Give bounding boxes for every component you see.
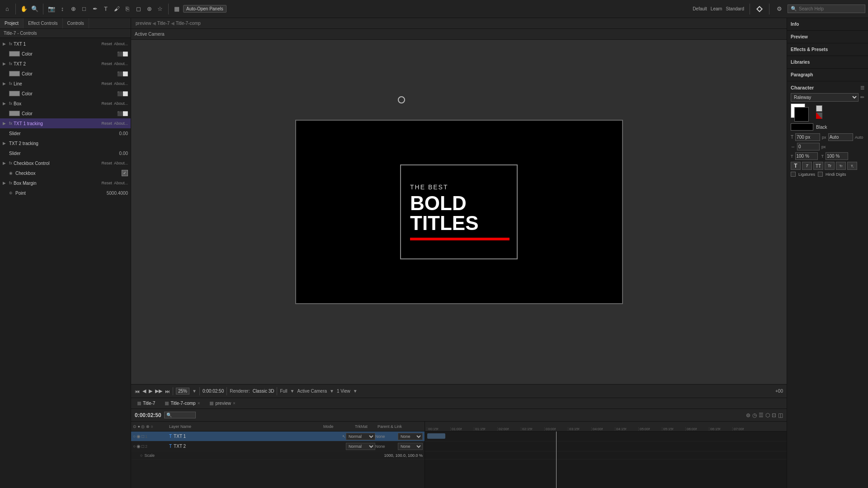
about-btn[interactable]: About...	[114, 181, 128, 185]
tl-keyframe-canvas[interactable]	[425, 432, 787, 488]
list-item[interactable]: Slider 0.00	[6, 148, 131, 158]
timeline-tab-preview[interactable]: preview ×	[205, 399, 240, 408]
about-btn[interactable]: About...	[114, 121, 128, 126]
tl-ctrl-1[interactable]: ⊚	[746, 412, 750, 418]
tl-parent-dropdown[interactable]: None	[398, 433, 423, 440]
anchor-tool[interactable]: ⊕	[69, 5, 78, 14]
list-item[interactable]: ▶ fx TXT 2 Reset About...	[0, 59, 131, 69]
zoom-tool[interactable]: 🔍	[30, 5, 39, 14]
char-no-color-btn[interactable]	[816, 113, 822, 119]
list-item[interactable]: Color ⬛⬜	[6, 108, 131, 118]
zoom-dropdown-icon[interactable]: ▼	[192, 389, 197, 394]
font-edit-icon[interactable]: ✏	[860, 94, 864, 100]
tl-ctrl-6[interactable]: ◫	[778, 412, 783, 418]
char-allcaps-btn[interactable]: TT	[813, 162, 823, 170]
checkbox-input[interactable]: ✓	[122, 170, 128, 176]
effects-title[interactable]: Effects & Presets	[791, 45, 864, 54]
char-reset-color-btn[interactable]	[816, 105, 822, 112]
char-leading-input[interactable]	[828, 133, 853, 141]
tl-visible-icon[interactable]: ◉	[137, 434, 141, 439]
char-size-input[interactable]	[795, 133, 820, 141]
tl-layer-name[interactable]: TXT 2	[174, 444, 346, 449]
about-btn[interactable]: About...	[114, 61, 128, 66]
char-hindi-checkbox[interactable]	[818, 172, 823, 177]
char-ligatures-checkbox[interactable]	[791, 172, 796, 177]
hand-tool[interactable]: ✋	[19, 5, 28, 14]
breadcrumb-title7[interactable]: Title-7	[157, 21, 170, 26]
char-scale-h-input[interactable]	[795, 152, 818, 160]
char-tracking-input[interactable]	[797, 143, 820, 150]
list-item[interactable]: ▶ TXT 2 tracking	[0, 138, 131, 148]
tl-layer-name[interactable]: TXT 1	[174, 434, 340, 439]
camera-tool[interactable]: 📷	[47, 5, 56, 14]
list-item[interactable]: ◉ Checkbox ✓	[6, 168, 131, 178]
character-panel-menu[interactable]: ☰	[860, 85, 864, 90]
about-btn[interactable]: About...	[114, 81, 128, 86]
puppet-tool[interactable]: ☆	[156, 5, 165, 14]
timeline-layer-row[interactable]: ○ ◉ □ 1 T TXT 1 ↖ Normal None	[131, 432, 425, 441]
about-btn[interactable]: About...	[114, 42, 128, 46]
list-item[interactable]: ⊕ Point 5000.4000	[6, 188, 131, 198]
reset-btn[interactable]: Reset	[101, 61, 112, 66]
tl-lock-icon[interactable]: □	[142, 444, 144, 449]
reset-btn[interactable]: Reset	[101, 42, 112, 46]
zoom-level[interactable]: 25%	[176, 388, 189, 394]
char-sub-btn[interactable]: T,	[847, 162, 857, 170]
about-btn[interactable]: About...	[114, 101, 128, 106]
brush-tool[interactable]: 🖌	[112, 5, 121, 14]
tl-ctrl-2[interactable]: ◷	[752, 412, 757, 418]
timeline-layer-row[interactable]: ○ ◉ □ 2 T TXT 2 Normal None None	[131, 441, 425, 451]
home-icon[interactable]: ⌂	[3, 5, 12, 14]
settings-icon[interactable]: ⚙	[775, 5, 784, 14]
reset-btn[interactable]: Reset	[101, 101, 112, 106]
preview-title[interactable]: Preview	[791, 33, 864, 41]
tl-ctrl-3[interactable]: ☰	[759, 412, 764, 418]
list-item[interactable]: Color ⬛⬜	[6, 89, 131, 99]
tl-ctrl-4[interactable]: ⬡	[765, 412, 770, 418]
tl-solo-icon[interactable]: ○	[133, 444, 136, 449]
move-tool[interactable]: ↕	[58, 5, 67, 14]
list-item[interactable]: ▶ fx Line Reset About...	[0, 79, 131, 89]
char-smallcaps-btn[interactable]: Tr	[825, 162, 835, 170]
preview-prev-frame[interactable]: ◀	[142, 388, 146, 394]
preview-next-frame[interactable]: ▶▶	[155, 388, 162, 394]
tl-solo-icon[interactable]: ○	[133, 434, 136, 439]
tl-lock-icon[interactable]: □	[142, 434, 144, 439]
char-stroke-color[interactable]	[794, 107, 809, 122]
reset-btn[interactable]: Reset	[101, 181, 112, 185]
color-swatch[interactable]	[9, 91, 20, 96]
tl-parent-dropdown[interactable]: None	[398, 443, 423, 450]
camera-label[interactable]: Active Camera	[297, 389, 327, 394]
render-icon[interactable]: ▦	[172, 5, 181, 14]
color-swatch[interactable]	[9, 51, 20, 56]
libraries-title[interactable]: Libraries	[791, 58, 864, 66]
reset-btn[interactable]: Reset	[101, 161, 112, 165]
color-swatch[interactable]	[9, 111, 20, 116]
tab-controls[interactable]: Controls	[63, 18, 89, 28]
reset-btn[interactable]: Reset	[101, 81, 112, 86]
char-scale-v-input[interactable]	[826, 152, 848, 160]
preview-play[interactable]: ▶	[149, 388, 152, 394]
tl-mode-dropdown[interactable]: Normal	[346, 443, 375, 450]
list-item[interactable]: Color ⬛⬜	[6, 69, 131, 79]
tl-ctrl-5[interactable]: ⊡	[772, 412, 776, 418]
list-item[interactable]: ▶ fx Checkbox Control Reset About...	[0, 158, 131, 168]
roto-tool[interactable]: ⊛	[145, 5, 154, 14]
color-swatch[interactable]	[9, 71, 20, 76]
pen-tool[interactable]: ✒	[90, 5, 99, 14]
clone-tool[interactable]: ⎘	[123, 5, 132, 14]
char-bold-btn[interactable]: T	[791, 162, 801, 170]
list-item[interactable]: ▶ fx TXT 1 tracking Reset About...	[0, 118, 131, 128]
shape-tool[interactable]: □	[80, 5, 89, 14]
tab-effect-controls[interactable]: Effect Controls	[24, 18, 62, 28]
workspace-standard[interactable]: Standard	[726, 6, 744, 11]
list-item[interactable]: Slider 0.00	[6, 128, 131, 138]
preview-canvas-area[interactable]: THE BEST BOLD TITLES	[131, 40, 787, 384]
info-title[interactable]: Info	[791, 20, 864, 28]
eraser-tool[interactable]: ◻	[134, 5, 143, 14]
list-item[interactable]: ▶ fx Box Reset About...	[0, 99, 131, 108]
auto-open-panels-btn[interactable]: Auto-Open Panels	[183, 5, 226, 13]
paragraph-title[interactable]: Paragraph	[791, 70, 864, 79]
tl-visible-icon[interactable]: ◉	[137, 444, 141, 449]
timeline-search-input[interactable]	[164, 412, 196, 418]
